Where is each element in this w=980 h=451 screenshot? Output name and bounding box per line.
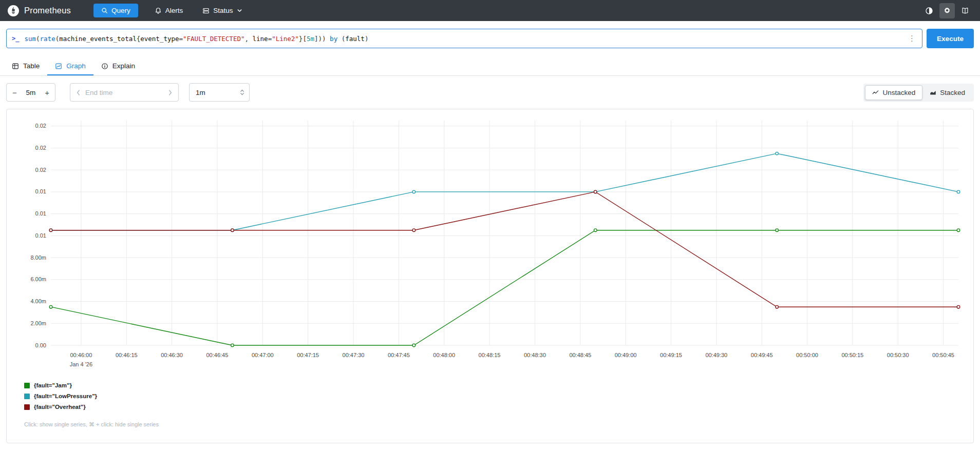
range-value[interactable]: 5m [26,89,36,96]
series-line-0 [51,230,958,345]
series-swatch [24,404,30,410]
range-decrease-button[interactable]: − [11,88,18,97]
stacking-toggle: Unstacked Stacked [863,84,974,102]
unstacked-button[interactable]: Unstacked [865,85,922,100]
x-tick-label: 00:48:00 [433,352,455,358]
graph-panel: 0.002.00m4.00m6.00m8.00m0.010.010.010.02… [6,109,974,443]
x-tick-label: 00:50:00 [796,352,818,358]
select-spinner-icon[interactable] [240,89,244,96]
x-tick-label: 00:48:45 [569,352,591,358]
data-point [957,229,960,232]
tab-explain-label: Explain [112,62,135,70]
end-time-placeholder: End time [85,89,167,96]
resolution-select[interactable]: 1m [189,83,250,102]
data-point [231,344,234,347]
x-axis-date-label: Jan 4 '26 [70,361,92,367]
end-time-input[interactable]: End time [70,83,179,102]
graph-canvas[interactable]: 0.002.00m4.00m6.00m8.00m0.010.010.010.02… [11,114,969,370]
data-point [776,152,779,155]
server-icon [202,7,210,14]
legend-item-1[interactable]: {fault="LowPressure"} [24,393,969,399]
prometheus-logo-icon [7,5,20,17]
y-tick-label: 0.01 [35,188,46,194]
nav-query-label: Query [111,7,130,14]
query-bar: >_ sum(rate(machine_events_total{event_t… [0,21,980,48]
graph-icon [55,63,62,70]
y-tick-label: 2.00m [30,320,46,326]
chevron-down-icon [237,8,242,13]
x-tick-label: 00:46:45 [206,352,228,358]
query-options-kebab-icon[interactable]: ⋮ [907,34,917,43]
legend-item-0[interactable]: {fault="Jam"} [24,382,969,388]
data-point [594,190,597,193]
data-point [412,190,416,193]
x-tick-label: 00:49:45 [751,352,773,358]
tab-graph[interactable]: Graph [47,57,93,75]
tab-table[interactable]: Table [4,57,47,75]
x-tick-label: 00:50:15 [841,352,863,358]
nav-alerts-button[interactable]: Alerts [152,6,186,15]
x-tick-label: 00:50:45 [932,352,954,358]
terminal-prompt-icon: >_ [12,35,19,42]
nav-status-label: Status [213,7,233,14]
execute-button[interactable]: Execute [927,29,974,48]
graph-controls: − 5m + End time 1m Unstacked Stacke [6,83,974,102]
y-tick-label: 8.00m [30,254,46,261]
y-tick-label: 0.02 [35,167,46,173]
x-tick-label: 00:48:30 [524,352,546,358]
data-point [231,229,234,232]
nav-alerts-label: Alerts [165,7,183,14]
tab-table-label: Table [23,62,40,70]
y-tick-label: 0.01 [35,210,46,217]
data-point [957,190,960,193]
range-stepper: − 5m + [6,83,55,102]
graph-legend: {fault="Jam"}{fault="LowPressure"}{fault… [24,382,969,410]
stacked-button[interactable]: Stacked [922,85,972,100]
nav-status-dropdown[interactable]: Status [199,6,245,15]
area-chart-icon [930,89,936,96]
time-forward-chevron-icon[interactable] [167,88,174,97]
data-point [776,305,779,308]
x-tick-label: 00:47:15 [297,352,319,358]
y-tick-label: 0.01 [35,232,46,239]
gear-icon [943,7,951,15]
x-tick-label: 00:47:45 [388,352,410,358]
theme-toggle-button[interactable] [921,3,937,18]
x-tick-label: 00:49:00 [615,352,637,358]
brand-link[interactable]: Prometheus [7,5,71,17]
x-tick-label: 00:46:00 [70,352,92,358]
nav-query-button[interactable]: Query [93,4,138,17]
x-tick-label: 00:49:15 [660,352,682,358]
legend-help-note: Click: show single series, ⌘ + click: hi… [24,421,969,428]
settings-button[interactable] [939,3,955,18]
contrast-icon [925,7,933,15]
series-name: {fault="Overheat"} [34,404,86,410]
y-tick-label: 0.02 [35,145,46,151]
series-name: {fault="Jam"} [34,382,72,388]
documentation-button[interactable] [957,3,973,18]
tab-explain[interactable]: Explain [93,57,143,75]
bell-icon [155,7,162,14]
range-increase-button[interactable]: + [44,88,50,97]
unstacked-label: Unstacked [882,89,915,96]
data-point [49,305,52,308]
brand-name: Prometheus [24,6,71,15]
query-expression-input[interactable]: >_ sum(rate(machine_events_total{event_t… [6,29,922,48]
series-line-2 [51,192,958,307]
x-tick-label: 00:46:30 [161,352,183,358]
result-tabs: Table Graph Explain [0,57,980,76]
data-point [412,229,416,232]
x-tick-label: 00:47:30 [343,352,365,358]
legend-item-2[interactable]: {fault="Overheat"} [24,404,969,410]
data-point [49,229,52,232]
data-point [957,305,960,308]
series-swatch [24,394,30,399]
tab-graph-label: Graph [66,62,86,70]
info-icon [101,63,108,70]
data-point [412,344,416,347]
series-name: {fault="LowPressure"} [34,393,97,399]
query-expression-text: sum(rate(machine_events_total{event_type… [24,35,903,43]
book-icon [961,7,969,15]
time-back-chevron-icon[interactable] [75,88,82,97]
x-tick-label: 00:50:30 [887,352,909,358]
